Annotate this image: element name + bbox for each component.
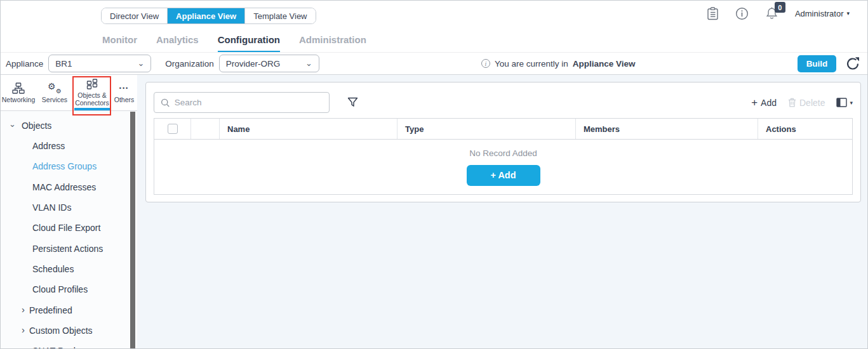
- notifications-bell-icon[interactable]: 0: [765, 6, 778, 20]
- delete-button[interactable]: Delete: [788, 98, 825, 108]
- main-content: + Add Delete: [137, 75, 867, 348]
- appliance-select-value: BR1: [55, 59, 72, 69]
- sidebar-tab-label: Services: [42, 96, 67, 103]
- services-gears-icon: ⚙ ⚙: [48, 82, 62, 94]
- table-header-members[interactable]: Members: [576, 119, 758, 139]
- tree-item-cloud-profiles[interactable]: Cloud Profiles: [1, 279, 137, 300]
- top-header: Director View Appliance View Template Vi…: [1, 1, 867, 52]
- appliance-bar: Appliance BR1 ⌄ Organization Provider-OR…: [1, 52, 867, 75]
- view-toggle-group: Director View Appliance View Template Vi…: [101, 8, 316, 24]
- header-icons: 0 Administrator ▾: [707, 6, 850, 20]
- sidebar-tab-networking[interactable]: Networking: [1, 75, 36, 110]
- sidebar-scrollbar-thumb[interactable]: [130, 112, 135, 348]
- table-header-type[interactable]: Type: [397, 119, 576, 139]
- active-tab-underline: [74, 108, 110, 110]
- objects-connectors-icon: [86, 79, 98, 89]
- build-button[interactable]: Build: [798, 55, 836, 72]
- sidebar-tab-services[interactable]: ⚙ ⚙ Services: [36, 75, 73, 110]
- ellipsis-icon: •••: [119, 82, 129, 94]
- networking-icon: [12, 82, 25, 94]
- table-header-name[interactable]: Name: [220, 119, 397, 139]
- tree-root-label: Objects: [22, 121, 51, 131]
- toolbar-actions: + Add Delete: [751, 98, 853, 108]
- table-empty-state: No Record Added + Add: [154, 140, 852, 194]
- address-groups-table: Name Type Members Actions No Record Adde…: [154, 118, 853, 195]
- select-all-checkbox[interactable]: [168, 124, 178, 134]
- chevron-down-icon: ⌄: [305, 60, 312, 67]
- tree-item-address[interactable]: Address: [1, 136, 137, 156]
- user-menu[interactable]: Administrator ▾: [795, 9, 850, 18]
- organization-select-value: Provider-ORG: [226, 59, 281, 69]
- tab-analytics[interactable]: Analytics: [156, 34, 199, 53]
- sidebar-scrollbar-track: [130, 112, 135, 348]
- tree-item-schedules[interactable]: Schedules: [1, 259, 137, 279]
- tree-item-vlan-ids[interactable]: VLAN IDs: [1, 197, 137, 218]
- current-view-status: i You are currently in Appliance View: [481, 59, 636, 69]
- tree-item-predefined[interactable]: › Predefined: [1, 300, 137, 320]
- caret-down-icon: ▾: [850, 100, 853, 106]
- sidebar-tab-label: Others: [114, 96, 135, 103]
- status-text: You are currently in: [495, 59, 568, 69]
- status-view-name: Appliance View: [573, 59, 636, 69]
- tree-item-cloud-file-export[interactable]: Cloud File Export: [1, 218, 137, 238]
- organization-label: Organization: [165, 59, 214, 69]
- director-view-button[interactable]: Director View: [102, 8, 168, 23]
- tree-item-address-groups[interactable]: Address Groups: [1, 156, 137, 176]
- appliance-select[interactable]: BR1 ⌄: [48, 55, 151, 72]
- tab-monitor[interactable]: Monitor: [102, 34, 137, 53]
- tree-item-label: Custom Objects: [29, 326, 93, 336]
- tab-administration[interactable]: Administration: [299, 34, 366, 53]
- main-nav-tabs: Monitor Analytics Configuration Administ…: [102, 34, 366, 53]
- sidebar: Networking ⚙ ⚙ Services: [1, 75, 137, 348]
- search-input[interactable]: [175, 98, 323, 107]
- delete-button-label: Delete: [799, 98, 825, 108]
- column-chooser-button[interactable]: ▾: [836, 98, 853, 107]
- tasks-clipboard-icon[interactable]: [707, 7, 719, 20]
- notification-count-badge: 0: [775, 2, 785, 13]
- template-view-button[interactable]: Template View: [245, 8, 315, 23]
- chevron-down-icon: ⌄: [9, 122, 16, 127]
- body: Networking ⚙ ⚙ Services: [1, 75, 867, 348]
- tab-configuration[interactable]: Configuration: [218, 34, 280, 53]
- refresh-icon[interactable]: [846, 56, 860, 72]
- content-card: + Add Delete: [145, 82, 861, 202]
- table-header-row: Name Type Members Actions: [154, 119, 852, 140]
- sidebar-tab-objects-connectors[interactable]: Objects & Connectors: [73, 75, 111, 110]
- sidebar-tab-label: Networking: [2, 96, 36, 103]
- appliance-label: Appliance: [6, 59, 43, 69]
- search-icon: [161, 98, 170, 108]
- sidebar-tab-label: Objects & Connectors: [73, 91, 111, 107]
- add-button-label: Add: [761, 98, 777, 108]
- empty-state-add-button[interactable]: + Add: [467, 165, 540, 186]
- toolbar: + Add Delete: [154, 92, 853, 113]
- columns-icon: [836, 98, 847, 107]
- info-icon: i: [481, 59, 490, 68]
- tree-item-custom-objects[interactable]: › Custom Objects: [1, 320, 137, 341]
- chevron-right-icon: ›: [22, 306, 25, 313]
- table-header-blank-cell: [191, 119, 220, 139]
- app-window: Director View Appliance View Template Vi…: [0, 0, 868, 349]
- caret-down-icon: ▾: [846, 10, 850, 16]
- table-header-actions[interactable]: Actions: [758, 119, 852, 139]
- appliance-view-button[interactable]: Appliance View: [168, 8, 245, 23]
- plus-icon: +: [751, 98, 758, 107]
- tree-item-mac-addresses[interactable]: MAC Addresses: [1, 177, 137, 197]
- trash-icon: [788, 98, 796, 107]
- empty-state-message: No Record Added: [469, 148, 537, 158]
- chevron-down-icon: ⌄: [137, 60, 144, 67]
- info-icon[interactable]: [735, 7, 749, 20]
- search-box: [154, 92, 330, 113]
- tree-item-persistent-actions[interactable]: Persistent Actions: [1, 238, 137, 258]
- objects-tree: ⌄ Objects Address Address Groups MAC Add…: [1, 111, 137, 348]
- tree-item-snat-pool[interactable]: SNAT Pool: [1, 341, 137, 348]
- add-button[interactable]: + Add: [751, 98, 777, 108]
- sidebar-tab-others[interactable]: ••• Others: [111, 75, 137, 110]
- tree-item-label: Predefined: [29, 305, 72, 315]
- chevron-right-icon: ›: [22, 327, 25, 333]
- table-header-checkbox-cell: [154, 119, 191, 139]
- tree-root-objects[interactable]: ⌄ Objects: [1, 115, 137, 136]
- user-menu-label: Administrator: [795, 9, 844, 18]
- sidebar-icon-tabs: Networking ⚙ ⚙ Services: [1, 75, 137, 111]
- organization-select[interactable]: Provider-ORG ⌄: [219, 55, 319, 72]
- filter-icon[interactable]: [347, 97, 358, 108]
